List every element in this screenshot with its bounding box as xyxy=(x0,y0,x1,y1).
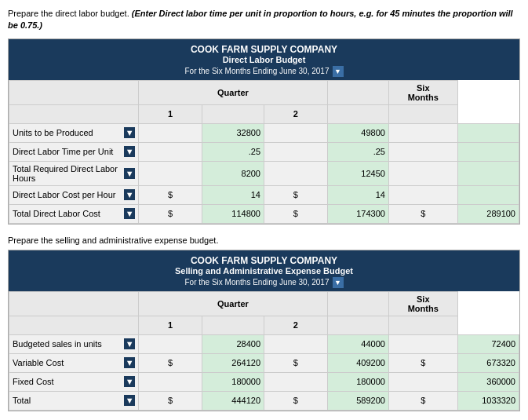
sa-q2-cell-0[interactable] xyxy=(327,334,388,353)
direct-labor-budget: COOK FARM SUPPLY COMPANY Direct Labor Bu… xyxy=(8,38,520,225)
dl-nodollar1-2 xyxy=(139,161,202,185)
sa-row-label-1: Variable Cost▼ xyxy=(9,353,139,372)
sa-dollar2-3: $ xyxy=(264,391,328,410)
dl-q1-input-1[interactable] xyxy=(206,147,260,156)
dl-six-input-3 xyxy=(461,190,515,199)
spacer-header xyxy=(327,80,388,104)
sa-row-label-3: Total▼ xyxy=(9,391,139,410)
q2-header: 2 xyxy=(264,104,328,123)
dl-q1-cell-1[interactable] xyxy=(202,142,264,161)
sa-row-label-2: Fixed Cost▼ xyxy=(9,372,139,391)
instruction-label: Prepare the direct labor budget. xyxy=(8,9,129,18)
sa-row-dropdown-3[interactable]: ▼ xyxy=(124,395,135,406)
sa-six-input-0[interactable] xyxy=(461,339,515,349)
sa-row-dropdown-1[interactable]: ▼ xyxy=(124,357,135,368)
dl-nodollar3-1 xyxy=(388,142,457,161)
dl-row-label-0: Units to be Produced▼ xyxy=(9,123,139,142)
dl-six-input-4[interactable] xyxy=(461,209,515,218)
sa-q2-input-0[interactable] xyxy=(331,339,385,349)
dl-row-label-2: Total Required Direct Labor Hours▼ xyxy=(9,161,139,185)
dl-q2-input-4[interactable] xyxy=(331,209,385,218)
sa-quarter-header: Quarter xyxy=(139,291,327,316)
sa-q1-input-0[interactable] xyxy=(206,339,260,349)
selling-admin-header: COOK FARM SUPPLY COMPANY Selling and Adm… xyxy=(9,250,519,291)
sa-q1-input-3[interactable] xyxy=(206,396,260,405)
sa-q1-header: 1 xyxy=(139,316,202,334)
dl-six-input-0 xyxy=(461,128,515,137)
sa-q1-cell-1[interactable] xyxy=(202,353,264,372)
sa-q2-cell-3[interactable] xyxy=(327,391,388,410)
sa-q2-input-3[interactable] xyxy=(331,396,385,405)
dl-q1-input-2[interactable] xyxy=(206,169,260,178)
dl-q1-cell-0[interactable] xyxy=(202,123,264,142)
dl-six-cell-4[interactable] xyxy=(457,204,519,223)
dl-q2-cell-3[interactable] xyxy=(327,185,388,204)
dl-six-input-1 xyxy=(461,147,515,156)
sa-q2-input-2[interactable] xyxy=(331,377,385,386)
sa-six-input-3[interactable] xyxy=(461,396,515,405)
sa-company-name: COOK FARM SUPPLY COMPANY xyxy=(12,255,516,266)
sa-six-cell-1[interactable] xyxy=(457,353,519,372)
dl-dollar1-4: $ xyxy=(139,204,202,223)
sa-six-cell-2[interactable] xyxy=(457,372,519,391)
sa-row-dropdown-0[interactable]: ▼ xyxy=(124,338,135,349)
dl-q1-input-0[interactable] xyxy=(206,128,260,137)
sa-q2-cell-1[interactable] xyxy=(327,353,388,372)
dl-row-dropdown-3[interactable]: ▼ xyxy=(124,189,135,200)
sa-spacer-header xyxy=(327,291,388,316)
dl-q2-input-1[interactable] xyxy=(331,147,385,156)
dl-row-dropdown-4[interactable]: ▼ xyxy=(124,208,135,219)
dl-q1-input-3[interactable] xyxy=(206,190,260,199)
sa-q1-cell-0[interactable] xyxy=(202,334,264,353)
dl-q2-cell-0[interactable] xyxy=(327,123,388,142)
dl-row-label-3: Direct Labor Cost per Hour▼ xyxy=(9,185,139,204)
selling-admin-table: Quarter Six Months 1 2 Budgeted sales in… xyxy=(9,291,519,411)
sa-six-input-1[interactable] xyxy=(461,358,515,367)
subtitle-dropdown[interactable]: ▼ xyxy=(333,66,344,77)
sa-row-dropdown-2[interactable]: ▼ xyxy=(124,376,135,387)
sa-q2-input-1[interactable] xyxy=(331,358,385,367)
label-col-subheader xyxy=(9,104,139,123)
sa-nodollar2-0 xyxy=(264,334,328,353)
dl-q1-cell-3[interactable] xyxy=(202,185,264,204)
dl-dollar2-3: $ xyxy=(264,185,328,204)
sa-row-label-0: Budgeted sales in units▼ xyxy=(9,334,139,353)
sa-q1-input-2[interactable] xyxy=(206,377,260,386)
dl-q2-input-0[interactable] xyxy=(331,128,385,137)
sa-q1-input-1[interactable] xyxy=(206,358,260,367)
dl-q2-cell-4[interactable] xyxy=(327,204,388,223)
dl-row-dropdown-0[interactable]: ▼ xyxy=(124,127,135,138)
direct-labor-table: Quarter Six Months 1 2 Units to be Produ… xyxy=(9,80,519,224)
dl-nodollar1-0 xyxy=(139,123,202,142)
dl-q1-cell-4[interactable] xyxy=(202,204,264,223)
sa-q1-cell-2[interactable] xyxy=(202,372,264,391)
sa-six-cell-0[interactable] xyxy=(457,334,519,353)
dl-row-dropdown-2[interactable]: ▼ xyxy=(124,168,135,179)
dl-q2-cell-2[interactable] xyxy=(327,161,388,185)
subtitle-text: For the Six Months Ending June 30, 2017 xyxy=(184,67,329,75)
sa-dollar3-3: $ xyxy=(388,391,457,410)
dl-dollar3-4: $ xyxy=(388,204,457,223)
sa-nodollar1-2 xyxy=(139,372,202,391)
sa-q2-cell-2[interactable] xyxy=(327,372,388,391)
sa-nodollar3-2 xyxy=(388,372,457,391)
sa-dollar1-3: $ xyxy=(139,391,202,410)
dl-nodollar2-1 xyxy=(264,142,328,161)
sa-nodollar1-0 xyxy=(139,334,202,353)
direct-labor-header: COOK FARM SUPPLY COMPANY Direct Labor Bu… xyxy=(9,39,519,80)
sa-dollar2-1: $ xyxy=(264,353,328,372)
dl-q1-input-4[interactable] xyxy=(206,209,260,218)
sa-six-input-2[interactable] xyxy=(461,377,515,386)
sa-six-cell-3[interactable] xyxy=(457,391,519,410)
dl-nodollar3-0 xyxy=(388,123,457,142)
sa-label-col-header xyxy=(9,291,139,316)
dl-row-label-1: Direct Labor Time per Unit▼ xyxy=(9,142,139,161)
dl-six-cell-2 xyxy=(457,161,519,185)
dl-row-dropdown-1[interactable]: ▼ xyxy=(124,146,135,157)
sa-q1-cell-3[interactable] xyxy=(202,391,264,410)
dl-q2-cell-1[interactable] xyxy=(327,142,388,161)
dl-q2-input-2[interactable] xyxy=(331,169,385,178)
dl-q2-input-3[interactable] xyxy=(331,190,385,199)
dl-q1-cell-2[interactable] xyxy=(202,161,264,185)
sa-subtitle-dropdown[interactable]: ▼ xyxy=(333,277,344,288)
